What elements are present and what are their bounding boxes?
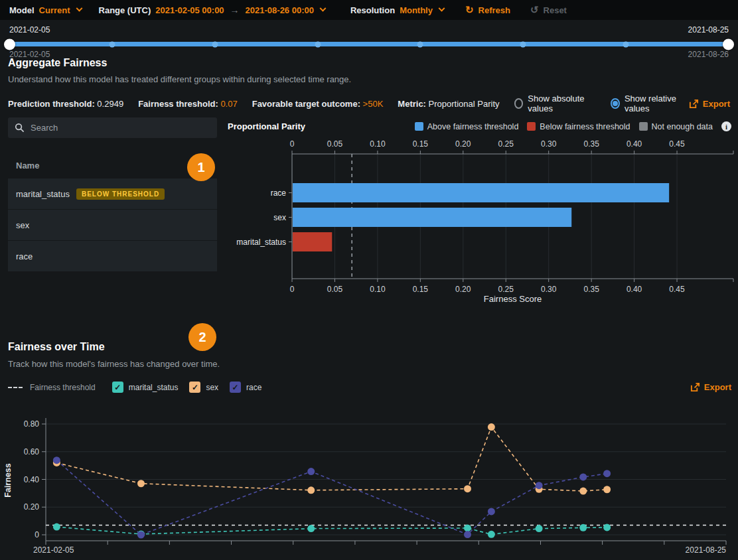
legend-above-threshold: Above fairness threshold [415, 122, 519, 131]
metric-label: Metric: [398, 99, 426, 109]
svg-text:2021-08-25: 2021-08-25 [686, 545, 727, 555]
reset-icon: ↺ [530, 4, 539, 16]
svg-text:Fairness Score: Fairness Score [484, 294, 542, 304]
svg-text:0.05: 0.05 [327, 285, 343, 294]
feature-name: sex [16, 220, 29, 230]
export-button-line-chart[interactable]: Export [690, 382, 731, 392]
refresh-button[interactable]: ↻ Refresh [465, 4, 510, 16]
name-column-header: Name [16, 161, 39, 171]
svg-text:0.80: 0.80 [24, 419, 40, 429]
list-item-race[interactable]: race [8, 241, 217, 272]
svg-text:Fairness: Fairness [3, 463, 13, 497]
svg-text:0.40: 0.40 [24, 475, 40, 484]
range-start-value[interactable]: 2021-02-05 00:00 [155, 5, 224, 15]
svg-text:0.60: 0.60 [24, 447, 40, 456]
proportional-parity-bar-chart: 000.050.050.100.100.150.150.200.200.250.… [226, 136, 738, 310]
svg-text:0.15: 0.15 [413, 139, 429, 149]
refresh-button-label: Refresh [479, 5, 510, 15]
prediction-threshold-value: 0.2949 [97, 99, 123, 109]
slider-tick-dot [109, 41, 115, 47]
fairness-threshold-value: 0.07 [220, 99, 237, 109]
svg-text:0.35: 0.35 [583, 285, 599, 294]
slider-handle-start[interactable] [4, 38, 15, 50]
resolution-value[interactable]: Monthly [400, 5, 433, 15]
slider-start-date-label: 2021-02-05 [9, 25, 50, 35]
legend-label: Above fairness threshold [427, 122, 519, 131]
legend-swatch-red [527, 122, 536, 131]
slider-handle-end[interactable] [723, 38, 734, 50]
checkbox-label: sex [206, 383, 218, 392]
below-threshold-badge: BELOW THRESHOLD [76, 188, 165, 200]
chevron-down-icon [76, 5, 82, 11]
svg-text:race: race [271, 188, 287, 198]
slider-tick-dot [623, 41, 629, 47]
export-button-label: Export [703, 99, 730, 109]
range-end-value[interactable]: 2021-08-26 00:00 [246, 5, 314, 15]
svg-text:0.30: 0.30 [541, 285, 557, 294]
radio-relative-label: Show relative values [625, 94, 689, 113]
fairness-over-time-title: Fairness over Time [8, 341, 105, 353]
checkbox-label: marital_status [129, 383, 179, 392]
resolution-label: Resolution [350, 5, 395, 15]
feature-list: marital_status BELOW THRESHOLD sex race [8, 178, 217, 272]
list-item-sex[interactable]: sex [8, 210, 217, 241]
search-box[interactable] [8, 117, 217, 138]
radio-show-relative[interactable]: Show relative values [611, 94, 689, 113]
favorable-outcome: Favorable target outcome: >50K [252, 99, 384, 109]
svg-text:0.40: 0.40 [627, 285, 642, 294]
threshold-dash-icon [8, 387, 23, 388]
legend-not-enough-data: Not enough data [639, 122, 713, 131]
reset-button[interactable]: ↺ Reset [530, 4, 567, 16]
svg-text:0.25: 0.25 [498, 139, 514, 149]
radio-button-selected-icon[interactable] [611, 98, 620, 109]
resolution-selector[interactable]: Resolution Monthly [350, 5, 444, 15]
range-label: Range (UTC) [99, 5, 151, 15]
radio-absolute-label: Show absolute values [528, 94, 596, 113]
svg-text:0.20: 0.20 [455, 139, 471, 149]
model-value[interactable]: Current [39, 5, 70, 15]
checkbox-race[interactable]: ✓ race [230, 382, 261, 393]
legend-below-threshold: Below fairness threshold [527, 122, 630, 131]
search-input[interactable] [31, 123, 210, 133]
radio-button-icon[interactable] [514, 98, 524, 109]
slider-end-date-label: 2021-08-25 [688, 25, 729, 35]
time-range-slider-track[interactable] [9, 42, 729, 46]
export-button[interactable]: Export [689, 99, 730, 109]
info-icon[interactable]: i [721, 121, 731, 131]
legend-label: Not enough data [652, 122, 713, 131]
checkbox-checked-icon[interactable]: ✓ [230, 382, 241, 393]
checkbox-sex[interactable]: ✓ sex [189, 382, 218, 393]
feature-name: marital_status [16, 189, 70, 199]
prediction-threshold-label: Prediction threshold: [8, 99, 95, 109]
model-selector[interactable]: Model Current [9, 5, 82, 15]
checkbox-checked-icon[interactable]: ✓ [189, 382, 200, 393]
chevron-down-icon [439, 5, 445, 11]
chevron-down-icon [320, 5, 327, 11]
list-item-marital-status[interactable]: marital_status BELOW THRESHOLD [8, 178, 217, 210]
prediction-threshold: Prediction threshold: 0.2949 [8, 99, 123, 109]
fairness-dashboard: Model Current Range (UTC) 2021-02-05 00:… [0, 0, 738, 560]
legend-label: Below fairness threshold [540, 122, 630, 131]
svg-text:0.45: 0.45 [669, 285, 685, 294]
checkbox-marital-status[interactable]: ✓ marital_status [112, 382, 179, 393]
aggregate-fairness-title: Aggregate Fairness [8, 57, 107, 69]
svg-text:0: 0 [290, 285, 295, 294]
svg-text:marital_status: marital_status [236, 238, 286, 247]
svg-text:0.40: 0.40 [627, 139, 642, 149]
aggregate-fairness-description: Understand how this model has treated di… [8, 74, 351, 84]
slider-tick-dot [315, 41, 321, 47]
step-1-marker: 1 [187, 153, 215, 181]
bar-chart-title: Proportional Parity [228, 121, 305, 131]
slider-tick-dot [417, 41, 423, 47]
metric-value: Proportional Parity [429, 99, 500, 109]
radio-show-absolute[interactable]: Show absolute values [514, 94, 597, 113]
slider-range-max-label: 2021-08-26 [688, 50, 729, 59]
slider-tick-dot [212, 41, 218, 47]
svg-text:sex: sex [273, 213, 286, 222]
checkbox-checked-icon[interactable]: ✓ [112, 382, 123, 393]
refresh-icon: ↻ [465, 4, 474, 16]
threshold-legend-label: Fairness threshold [30, 383, 96, 392]
step-2-marker: 2 [188, 323, 216, 351]
fairness-threshold: Fairness threshold: 0.07 [138, 99, 238, 109]
date-range-picker[interactable]: Range (UTC) 2021-02-05 00:00 → 2021-08-2… [99, 5, 325, 15]
